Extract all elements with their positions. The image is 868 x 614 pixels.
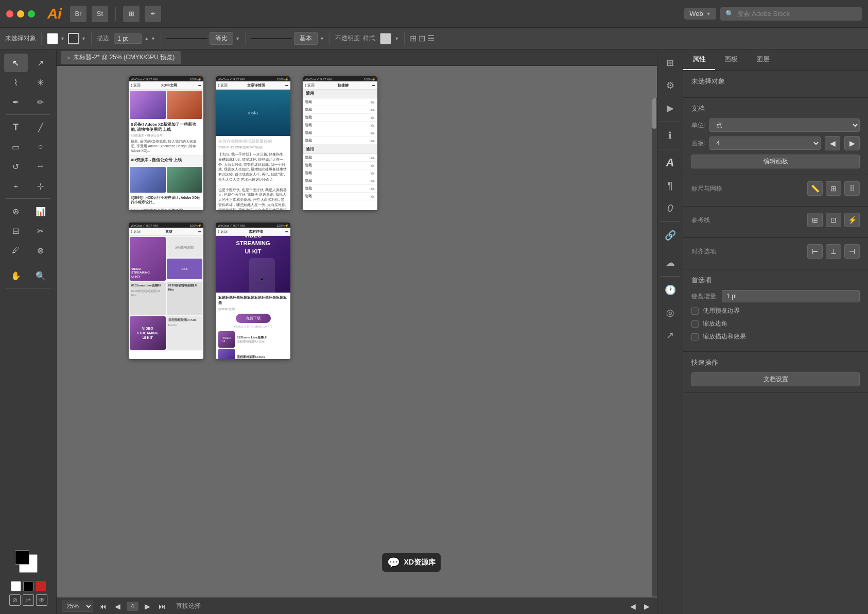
- workspace-dropdown[interactable]: Web ▼: [684, 8, 716, 20]
- scale-tool[interactable]: ↔: [29, 157, 53, 176]
- ellipse-tool[interactable]: ○: [29, 138, 53, 156]
- preview-bounds-checkbox[interactable]: [691, 308, 699, 315]
- guide-icon-3[interactable]: ⚡: [844, 213, 860, 227]
- keyboard-input[interactable]: [722, 290, 860, 302]
- pen-tool-icon[interactable]: ✒: [145, 6, 161, 22]
- tab-artboard[interactable]: 画板: [715, 49, 747, 70]
- info-icon[interactable]: ℹ: [661, 126, 680, 145]
- ruler-icon[interactable]: 📏: [807, 181, 823, 196]
- grid-icon[interactable]: ⊞: [826, 181, 841, 196]
- cloud-icon[interactable]: ☁: [661, 253, 680, 272]
- brush-tool[interactable]: ✏: [29, 93, 53, 111]
- tab-close-icon[interactable]: ×: [67, 55, 70, 61]
- guide-icon-1[interactable]: ⊞: [807, 213, 823, 227]
- dot-grid-icon[interactable]: ⠿: [844, 181, 860, 196]
- stroke-color[interactable]: [68, 33, 79, 44]
- type-icon[interactable]: A: [661, 154, 680, 172]
- scroll-right-btn[interactable]: ▶: [642, 601, 652, 611]
- link-icon[interactable]: 🔗: [661, 226, 680, 245]
- adjust-icon[interactable]: ◎: [661, 303, 680, 322]
- artboard-3[interactable]: WeChat ✓ 9:37 AM100%⚡ ⟨ 返回 快捷键 ••• 通用: [303, 76, 377, 210]
- fullscreen-button[interactable]: [28, 10, 35, 18]
- artboard-prev-btn[interactable]: ◀: [825, 136, 840, 150]
- select-tool[interactable]: ↖: [4, 54, 28, 72]
- eyedropper-tool[interactable]: 🖊: [4, 241, 28, 260]
- stroke-weight-input[interactable]: [114, 33, 142, 44]
- tab-layers[interactable]: 图层: [747, 49, 779, 70]
- doc-settings-btn[interactable]: 文档设置: [691, 372, 860, 386]
- direct-select-tool[interactable]: ↗: [29, 54, 53, 72]
- lasso-tool[interactable]: ⌇: [4, 73, 28, 92]
- gear-icon[interactable]: ⚙: [661, 76, 680, 95]
- eye-swatch[interactable]: 👁: [36, 594, 47, 606]
- scroll-left-btn[interactable]: ◀: [628, 601, 638, 611]
- artboard-select[interactable]: 4: [709, 137, 821, 150]
- prev-artboard-btn[interactable]: ◀: [113, 601, 123, 611]
- artboard-2[interactable]: WeChat ✓ 9:37 AM100%⚡ ⟨ 返回 文章详情页 ••• ins…: [216, 76, 290, 210]
- stroke-swatch-large[interactable]: [15, 550, 29, 565]
- close-button[interactable]: [6, 10, 13, 18]
- canvas-content[interactable]: WeChat ✓ 9:37 AM100%⚡ ⟨ 返回 XD中文网 •••: [57, 66, 657, 598]
- paragraph-icon[interactable]: ¶: [661, 176, 680, 195]
- none-swatch[interactable]: ⊘: [9, 594, 21, 606]
- artboard-5[interactable]: WeChat ✓ 9:37 AM100%⚡ ⟨ 返回 素材详情 ••• VIDE…: [216, 223, 290, 359]
- warp-tool[interactable]: ⌁: [4, 177, 28, 195]
- stroke-up-icon[interactable]: ▲: [144, 36, 149, 41]
- align-icon1[interactable]: ⊞: [410, 33, 416, 43]
- stock-search[interactable]: 🔍 搜索 Adobe Stock: [720, 7, 862, 21]
- rotate-tool[interactable]: ↺: [4, 157, 28, 176]
- play-icon[interactable]: ▶: [661, 99, 680, 117]
- align-icon-3[interactable]: ⊣: [844, 244, 860, 259]
- scale-strokes-checkbox[interactable]: [691, 333, 699, 340]
- first-artboard-btn[interactable]: ⏮: [97, 601, 109, 611]
- align-icon-1[interactable]: ⊢: [807, 244, 823, 259]
- table-icon[interactable]: ⊞: [661, 54, 680, 72]
- zoom-tool[interactable]: 🔍: [29, 266, 53, 285]
- stroke-down-icon[interactable]: ▼: [151, 36, 155, 41]
- symbol-spray-tool[interactable]: ⊛: [4, 202, 28, 220]
- artboard-next-btn[interactable]: ▶: [844, 136, 860, 150]
- rect-tool[interactable]: ▭: [4, 138, 28, 156]
- blend-tool[interactable]: ⊗: [29, 241, 53, 260]
- next-artboard-btn[interactable]: ▶: [143, 601, 152, 611]
- red-swatch[interactable]: [36, 581, 46, 591]
- knife-tool[interactable]: ✂: [29, 221, 53, 240]
- canvas-tab[interactable]: × 未标题-2* @ 25% (CMYK/GPU 预览): [61, 51, 181, 64]
- fill-color[interactable]: [47, 33, 58, 44]
- export-icon[interactable]: ↗: [661, 326, 680, 345]
- scrollbar-thumb[interactable]: [652, 98, 656, 129]
- ratio-button[interactable]: 等比: [210, 32, 233, 45]
- line-tool[interactable]: ╱: [29, 118, 53, 137]
- bridge-icon[interactable]: Br: [70, 6, 86, 22]
- zoom-select[interactable]: 25% 50% 100%: [62, 601, 93, 612]
- align-icon-2[interactable]: ⊥: [826, 244, 841, 259]
- minimize-button[interactable]: [17, 10, 24, 18]
- chart-tool[interactable]: 📊: [29, 202, 53, 220]
- text-tool[interactable]: T: [4, 118, 28, 137]
- pen-tool[interactable]: ✒: [4, 93, 28, 111]
- last-artboard-btn[interactable]: ⏭: [157, 601, 168, 611]
- align-icon2[interactable]: ⊡: [419, 33, 425, 43]
- style-swatch[interactable]: [380, 33, 391, 44]
- guide-icon-2[interactable]: ⊡: [826, 213, 841, 227]
- swap-swatch[interactable]: ⇌: [23, 594, 34, 606]
- edit-artboard-btn[interactable]: 编辑画板: [691, 155, 860, 168]
- stock-icon[interactable]: St: [92, 6, 108, 22]
- workspace-grid-icon[interactable]: ⊞: [123, 6, 140, 22]
- slice-tool[interactable]: ⊟: [4, 221, 28, 240]
- black-swatch[interactable]: [23, 581, 33, 591]
- unit-select[interactable]: 点 px mm: [709, 118, 860, 132]
- magic-wand-tool[interactable]: ✳: [29, 73, 53, 92]
- ab5-download-btn[interactable]: 免费下载: [218, 314, 288, 323]
- free-transform-tool[interactable]: ⊹: [29, 177, 53, 195]
- scale-corners-checkbox[interactable]: [691, 320, 699, 328]
- artboard-4[interactable]: WeChat ✓ 9:37 AM100%⚡ ⟨ 返回 素材 ••• VIDEOS…: [129, 223, 203, 359]
- history-icon[interactable]: 🕐: [661, 281, 680, 299]
- zero-icon[interactable]: 0: [661, 199, 680, 217]
- tab-properties[interactable]: 属性: [683, 49, 715, 70]
- artboard-1[interactable]: WeChat ✓ 9:37 AM100%⚡ ⟨ 返回 XD中文网 •••: [129, 76, 203, 210]
- base-button[interactable]: 基本: [294, 32, 318, 45]
- align-icon3[interactable]: ☰: [427, 33, 435, 43]
- white-swatch[interactable]: [11, 581, 21, 591]
- vertical-scrollbar[interactable]: [652, 82, 657, 581]
